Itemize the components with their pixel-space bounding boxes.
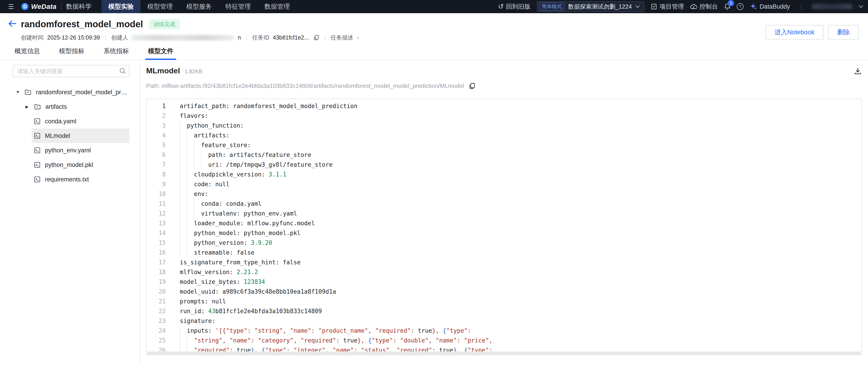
code-line: 20model_uuid: a989c6f3a39c48e8bb10ea1a8f…: [147, 287, 861, 296]
line-number: 5: [147, 140, 172, 150]
line-number: 24: [147, 326, 172, 336]
caret-expanded-icon[interactable]: ▼: [16, 90, 20, 94]
search-input[interactable]: [13, 65, 129, 77]
undo-icon: ↺: [498, 3, 504, 10]
copy-task-id-button[interactable]: [313, 35, 319, 41]
user-account-area[interactable]: [812, 4, 852, 9]
code-line-text: python_version: 3.9.20: [172, 238, 272, 248]
line-number: 22: [147, 306, 172, 316]
brand-name: WeData: [31, 3, 57, 10]
line-number: 23: [147, 316, 172, 326]
console-link[interactable]: 控制台: [690, 2, 718, 11]
line-number: 10: [147, 189, 172, 199]
help-icon[interactable]: ?: [737, 3, 744, 10]
line-number: 21: [147, 296, 172, 306]
tree-item-MLmodel[interactable]: MLmodel: [32, 128, 129, 143]
top-navbar: ☰ WeData 数据科学 模型实验模型管理模型服务特征管理数据管理 ↺ 回到旧…: [0, 0, 868, 13]
code-line-text: conda: conda.yaml: [172, 199, 261, 209]
folder-icon: [25, 89, 31, 95]
horizontal-scrollbar[interactable]: [147, 351, 861, 355]
code-line: 25"string", "name": "category", "require…: [147, 336, 861, 345]
tree-item-label: randomforest_model_model_predict...: [36, 89, 129, 96]
code-file-icon: [34, 133, 40, 139]
code-line: 4artifacts:: [147, 131, 861, 140]
line-number: 1: [147, 101, 172, 111]
code-file-icon: [34, 147, 40, 153]
nav-item-模型服务[interactable]: 模型服务: [180, 0, 219, 13]
navbar-right: ↺ 回到旧版 简单模式 数据探索测试勿删_1224 项目管理 控制台 5 ?: [498, 0, 864, 13]
databuddy-link[interactable]: DataBuddy: [750, 3, 790, 10]
wedata-logo[interactable]: WeData: [21, 3, 57, 10]
meta-row: 创建时间2025-12-26 15:09:39创建人n任务ID43b81fcf1…: [21, 34, 359, 41]
tree-item-requirements.txt[interactable]: requirements.txt: [32, 172, 129, 187]
tab-系统指标[interactable]: 系统指标: [102, 47, 130, 59]
meta-value: -: [357, 34, 359, 41]
search-box: [13, 65, 129, 77]
tree-item-label: artifacts: [45, 103, 67, 110]
user-menu-chevron-icon[interactable]: [859, 5, 864, 8]
code-line: 10env:: [147, 189, 861, 199]
tree-item-python_model.pkl[interactable]: python_model.pkl: [32, 158, 129, 172]
code-line-text: uri: /tmp/tmpqw3_gv8l/feature_store: [172, 160, 333, 170]
code-line-text: python_model: python_model.pkl: [172, 228, 301, 238]
code-line: 15python_version: 3.9.20: [147, 238, 861, 248]
hamburger-menu-icon[interactable]: ☰: [4, 3, 18, 10]
code-viewer[interactable]: 1artifact_path: randomforest_model_model…: [146, 98, 862, 355]
nav-item-特征管理[interactable]: 特征管理: [219, 0, 258, 13]
tab-模型指标[interactable]: 模型指标: [58, 47, 85, 59]
file-name: MLmodel: [146, 66, 180, 75]
enter-notebook-button[interactable]: 进入Notebook: [766, 25, 824, 39]
tab-概览信息[interactable]: 概览信息: [13, 47, 41, 59]
line-number: 11: [147, 199, 172, 209]
project-selector[interactable]: 简单模式 数据探索测试勿删_1224: [537, 1, 644, 12]
nav-item-模型实验[interactable]: 模型实验: [101, 0, 141, 13]
status-badge: 训练完成: [149, 19, 180, 29]
nav-item-模型管理[interactable]: 模型管理: [141, 0, 180, 13]
tree-item-python_env.yaml[interactable]: python_env.yaml: [32, 143, 129, 158]
copy-icon: [469, 83, 475, 89]
creator-suffix: n: [238, 34, 241, 41]
nav-item-数据管理[interactable]: 数据管理: [258, 0, 297, 13]
tree-item-conda.yaml[interactable]: conda.yaml: [32, 114, 129, 128]
code-line-text: artifact_path: randomforest_model_model_…: [172, 101, 358, 111]
line-number: 14: [147, 228, 172, 238]
code-line: 21prompts: null: [147, 296, 861, 306]
meta-label: 任务描述: [331, 34, 353, 41]
line-number: 9: [147, 179, 172, 189]
page-title: randomforest_model_model: [21, 19, 143, 29]
line-number: 16: [147, 248, 172, 258]
back-to-old-version[interactable]: ↺ 回到旧版: [498, 2, 530, 11]
folder-icon: [34, 104, 41, 110]
meta-separator: [105, 35, 106, 40]
copy-path-button[interactable]: [469, 83, 475, 89]
back-button[interactable]: [8, 21, 17, 27]
project-management-link[interactable]: 项目管理: [651, 2, 684, 11]
code-line-text: streamable: false: [172, 248, 254, 258]
code-line: 3python_function:: [147, 121, 861, 131]
line-number: 3: [147, 121, 172, 131]
tree-item-randomforest_model_model_predict[interactable]: ▼randomforest_model_model_predict...: [13, 85, 129, 99]
code-lines: 1artifact_path: randomforest_model_model…: [147, 99, 861, 355]
project-doc-icon: [651, 3, 657, 10]
code-line-text: run_id: 43b81fcf1e2e4bfda3a103b833c14809: [172, 306, 322, 316]
tab-模型文件[interactable]: 模型文件: [147, 47, 174, 59]
search-icon[interactable]: [119, 68, 126, 74]
code-line: 18mlflow_version: 2.21.2: [147, 267, 861, 277]
code-line: 23signature:: [147, 316, 861, 326]
meta-item: 任务描述-: [331, 34, 359, 41]
wedata-console: ☰ WeData 数据科学 模型实验模型管理模型服务特征管理数据管理 ↺ 回到旧…: [0, 0, 868, 372]
navbar-menu: 模型实验模型管理模型服务特征管理数据管理: [101, 0, 297, 13]
delete-button[interactable]: 删除: [828, 25, 859, 39]
line-number: 18: [147, 267, 172, 277]
caret-collapsed-icon[interactable]: ▶: [25, 105, 30, 109]
tree-item-label: requirements.txt: [45, 176, 89, 183]
code-line: 9code: null: [147, 179, 861, 189]
product-label[interactable]: 数据科学: [66, 2, 91, 11]
meta-label: 创建人: [111, 34, 128, 41]
notifications-bell[interactable]: 5: [724, 3, 731, 10]
code-line-text: inputs: '[{"type": "string", "name": "pr…: [172, 326, 471, 336]
code-line-text: is_signature_from_type_hint: false: [172, 258, 301, 267]
wedata-logo-icon: [21, 3, 29, 10]
download-button[interactable]: [854, 67, 862, 75]
tree-item-artifacts[interactable]: ▶artifacts: [13, 99, 129, 114]
